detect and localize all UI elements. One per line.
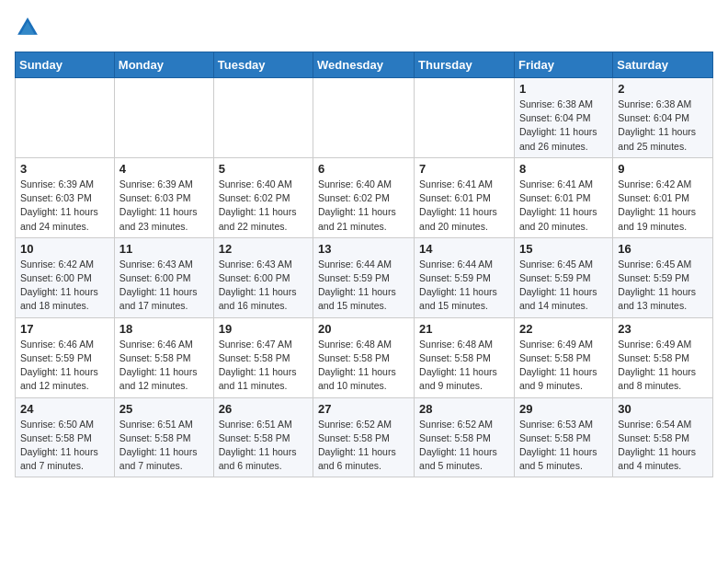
- calendar-cell: 14Sunrise: 6:44 AMSunset: 5:59 PMDayligh…: [415, 237, 515, 317]
- day-number: 26: [219, 402, 308, 416]
- day-number: 20: [318, 322, 409, 336]
- calendar-cell: 2Sunrise: 6:38 AMSunset: 6:04 PMDaylight…: [613, 78, 713, 158]
- day-info: Sunrise: 6:54 AMSunset: 5:58 PMDaylight:…: [618, 418, 708, 474]
- day-info: Sunrise: 6:40 AMSunset: 6:02 PMDaylight:…: [219, 178, 308, 234]
- day-info: Sunrise: 6:41 AMSunset: 6:01 PMDaylight:…: [419, 178, 509, 234]
- day-number: 10: [20, 242, 109, 256]
- day-number: 28: [419, 402, 509, 416]
- calendar-cell: [16, 78, 115, 158]
- day-info: Sunrise: 6:42 AMSunset: 6:01 PMDaylight:…: [618, 178, 708, 234]
- day-info: Sunrise: 6:38 AMSunset: 6:04 PMDaylight:…: [519, 98, 608, 154]
- calendar-week-2: 3Sunrise: 6:39 AMSunset: 6:03 PMDaylight…: [16, 157, 713, 237]
- weekday-header-monday: Monday: [114, 52, 213, 78]
- day-number: 18: [119, 322, 209, 336]
- day-number: 23: [618, 322, 708, 336]
- weekday-row: SundayMondayTuesdayWednesdayThursdayFrid…: [16, 52, 713, 78]
- calendar-cell: 25Sunrise: 6:51 AMSunset: 5:58 PMDayligh…: [114, 397, 213, 477]
- day-number: 12: [219, 242, 308, 256]
- logo-icon: [15, 15, 40, 40]
- day-info: Sunrise: 6:43 AMSunset: 6:00 PMDaylight:…: [119, 258, 209, 314]
- day-number: 19: [219, 322, 308, 336]
- calendar-cell: 28Sunrise: 6:52 AMSunset: 5:58 PMDayligh…: [415, 397, 515, 477]
- weekday-header-tuesday: Tuesday: [213, 52, 313, 78]
- calendar-cell: 8Sunrise: 6:41 AMSunset: 6:01 PMDaylight…: [514, 157, 612, 237]
- calendar-cell: 15Sunrise: 6:45 AMSunset: 5:59 PMDayligh…: [514, 237, 612, 317]
- day-info: Sunrise: 6:40 AMSunset: 6:02 PMDaylight:…: [318, 178, 409, 234]
- calendar-cell: 13Sunrise: 6:44 AMSunset: 5:59 PMDayligh…: [313, 237, 415, 317]
- calendar-cell: 24Sunrise: 6:50 AMSunset: 5:58 PMDayligh…: [16, 397, 115, 477]
- day-info: Sunrise: 6:50 AMSunset: 5:58 PMDaylight:…: [20, 418, 109, 474]
- day-number: 29: [519, 402, 608, 416]
- day-info: Sunrise: 6:46 AMSunset: 5:59 PMDaylight:…: [20, 338, 109, 394]
- calendar-week-5: 24Sunrise: 6:50 AMSunset: 5:58 PMDayligh…: [16, 397, 713, 477]
- day-number: 25: [119, 402, 209, 416]
- day-number: 22: [519, 322, 608, 336]
- day-number: 7: [419, 162, 509, 176]
- weekday-header-saturday: Saturday: [613, 52, 713, 78]
- calendar-week-3: 10Sunrise: 6:42 AMSunset: 6:00 PMDayligh…: [16, 237, 713, 317]
- calendar-cell: 10Sunrise: 6:42 AMSunset: 6:00 PMDayligh…: [16, 237, 115, 317]
- day-info: Sunrise: 6:48 AMSunset: 5:58 PMDaylight:…: [318, 338, 409, 394]
- day-info: Sunrise: 6:43 AMSunset: 6:00 PMDaylight:…: [219, 258, 308, 314]
- calendar-week-1: 1Sunrise: 6:38 AMSunset: 6:04 PMDaylight…: [16, 78, 713, 158]
- day-number: 6: [318, 162, 409, 176]
- calendar-cell: 23Sunrise: 6:49 AMSunset: 5:58 PMDayligh…: [613, 317, 713, 397]
- calendar-body: 1Sunrise: 6:38 AMSunset: 6:04 PMDaylight…: [16, 78, 713, 477]
- day-number: 30: [618, 402, 708, 416]
- day-info: Sunrise: 6:46 AMSunset: 5:58 PMDaylight:…: [119, 338, 209, 394]
- calendar-cell: [313, 78, 415, 158]
- calendar-cell: 9Sunrise: 6:42 AMSunset: 6:01 PMDaylight…: [613, 157, 713, 237]
- calendar-cell: 7Sunrise: 6:41 AMSunset: 6:01 PMDaylight…: [415, 157, 515, 237]
- day-info: Sunrise: 6:41 AMSunset: 6:01 PMDaylight:…: [519, 178, 608, 234]
- calendar-cell: 12Sunrise: 6:43 AMSunset: 6:00 PMDayligh…: [213, 237, 313, 317]
- day-number: 17: [20, 322, 109, 336]
- calendar-table: SundayMondayTuesdayWednesdayThursdayFrid…: [15, 52, 713, 477]
- day-info: Sunrise: 6:52 AMSunset: 5:58 PMDaylight:…: [318, 418, 409, 474]
- day-info: Sunrise: 6:45 AMSunset: 5:59 PMDaylight:…: [519, 258, 608, 314]
- calendar-cell: 27Sunrise: 6:52 AMSunset: 5:58 PMDayligh…: [313, 397, 415, 477]
- day-info: Sunrise: 6:49 AMSunset: 5:58 PMDaylight:…: [618, 338, 708, 394]
- day-info: Sunrise: 6:45 AMSunset: 5:59 PMDaylight:…: [618, 258, 708, 314]
- day-info: Sunrise: 6:47 AMSunset: 5:58 PMDaylight:…: [219, 338, 308, 394]
- day-number: 16: [618, 242, 708, 256]
- weekday-header-friday: Friday: [514, 52, 612, 78]
- day-number: 8: [519, 162, 608, 176]
- header: [15, 15, 713, 40]
- day-info: Sunrise: 6:51 AMSunset: 5:58 PMDaylight:…: [219, 418, 308, 474]
- day-number: 2: [618, 82, 708, 96]
- calendar-cell: 5Sunrise: 6:40 AMSunset: 6:02 PMDaylight…: [213, 157, 313, 237]
- day-info: Sunrise: 6:38 AMSunset: 6:04 PMDaylight:…: [618, 98, 708, 154]
- calendar-cell: 17Sunrise: 6:46 AMSunset: 5:59 PMDayligh…: [16, 317, 115, 397]
- day-number: 5: [219, 162, 308, 176]
- day-number: 15: [519, 242, 608, 256]
- calendar-cell: 22Sunrise: 6:49 AMSunset: 5:58 PMDayligh…: [514, 317, 612, 397]
- day-info: Sunrise: 6:48 AMSunset: 5:58 PMDaylight:…: [419, 338, 509, 394]
- day-info: Sunrise: 6:39 AMSunset: 6:03 PMDaylight:…: [119, 178, 209, 234]
- calendar-cell: 18Sunrise: 6:46 AMSunset: 5:58 PMDayligh…: [114, 317, 213, 397]
- calendar-cell: 19Sunrise: 6:47 AMSunset: 5:58 PMDayligh…: [213, 317, 313, 397]
- calendar-cell: 6Sunrise: 6:40 AMSunset: 6:02 PMDaylight…: [313, 157, 415, 237]
- calendar-cell: 30Sunrise: 6:54 AMSunset: 5:58 PMDayligh…: [613, 397, 713, 477]
- day-number: 27: [318, 402, 409, 416]
- calendar-cell: 20Sunrise: 6:48 AMSunset: 5:58 PMDayligh…: [313, 317, 415, 397]
- day-info: Sunrise: 6:44 AMSunset: 5:59 PMDaylight:…: [419, 258, 509, 314]
- calendar-cell: 29Sunrise: 6:53 AMSunset: 5:58 PMDayligh…: [514, 397, 612, 477]
- day-number: 14: [419, 242, 509, 256]
- calendar-cell: 21Sunrise: 6:48 AMSunset: 5:58 PMDayligh…: [415, 317, 515, 397]
- calendar-cell: [114, 78, 213, 158]
- weekday-header-sunday: Sunday: [16, 52, 115, 78]
- calendar-cell: 16Sunrise: 6:45 AMSunset: 5:59 PMDayligh…: [613, 237, 713, 317]
- day-info: Sunrise: 6:44 AMSunset: 5:59 PMDaylight:…: [318, 258, 409, 314]
- day-number: 3: [20, 162, 109, 176]
- day-info: Sunrise: 6:53 AMSunset: 5:58 PMDaylight:…: [519, 418, 608, 474]
- calendar-cell: [213, 78, 313, 158]
- day-number: 13: [318, 242, 409, 256]
- weekday-header-wednesday: Wednesday: [313, 52, 415, 78]
- day-number: 21: [419, 322, 509, 336]
- day-info: Sunrise: 6:51 AMSunset: 5:58 PMDaylight:…: [119, 418, 209, 474]
- weekday-header-thursday: Thursday: [415, 52, 515, 78]
- day-info: Sunrise: 6:39 AMSunset: 6:03 PMDaylight:…: [20, 178, 109, 234]
- calendar-cell: 1Sunrise: 6:38 AMSunset: 6:04 PMDaylight…: [514, 78, 612, 158]
- calendar-cell: 26Sunrise: 6:51 AMSunset: 5:58 PMDayligh…: [213, 397, 313, 477]
- calendar-header: SundayMondayTuesdayWednesdayThursdayFrid…: [16, 52, 713, 78]
